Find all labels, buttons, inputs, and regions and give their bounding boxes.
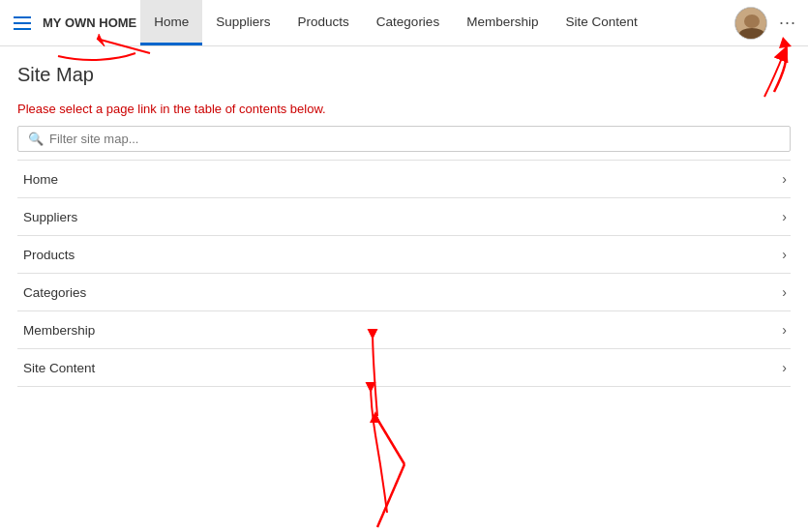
nav-item-membership[interactable]: Membership: [453, 0, 552, 45]
navbar: MY OWN HOME HomeSuppliersProductsCategor…: [0, 0, 808, 46]
brand-label: MY OWN HOME: [43, 15, 136, 30]
hamburger-line-2: [14, 22, 31, 24]
avatar-image: [735, 7, 766, 40]
nav-item-suppliers[interactable]: Suppliers: [202, 0, 284, 45]
search-icon: 🔍: [28, 132, 44, 146]
sitemap-item-label: Products: [23, 248, 75, 262]
nav-item-site-content[interactable]: Site Content: [552, 0, 650, 45]
chevron-right-icon: ›: [782, 171, 787, 187]
sitemap-list: Home›Suppliers›Products›Categories›Membe…: [17, 160, 791, 387]
sitemap-item[interactable]: Membership›: [17, 311, 791, 349]
filter-wrap: 🔍: [17, 126, 791, 152]
main-content: Site Map Please select a page link in th…: [0, 46, 808, 387]
svg-line-2: [375, 416, 404, 464]
sitemap-item[interactable]: Products›: [17, 236, 791, 274]
page-subtitle: Please select a page link in the table o…: [17, 102, 791, 116]
sitemap-item[interactable]: Categories›: [17, 274, 791, 311]
sitemap-item-label: Membership: [23, 323, 95, 338]
hamburger-line-1: [14, 16, 31, 18]
sitemap-item-label: Home: [23, 172, 58, 187]
chevron-right-icon: ›: [782, 322, 787, 338]
ellipsis-icon: ···: [779, 13, 796, 33]
sitemap-item-label: Site Content: [23, 361, 95, 375]
avatar[interactable]: [734, 7, 767, 40]
navbar-right: ···: [734, 7, 800, 40]
chevron-right-icon: ›: [782, 247, 787, 262]
chevron-right-icon: ›: [782, 360, 787, 375]
sitemap-item-label: Categories: [23, 285, 86, 300]
svg-line-3: [377, 464, 404, 527]
sitemap-item-label: Suppliers: [23, 210, 77, 224]
chevron-right-icon: ›: [782, 284, 787, 300]
sitemap-item[interactable]: Home›: [17, 161, 791, 198]
sitemap-item[interactable]: Suppliers›: [17, 198, 791, 236]
hamburger-button[interactable]: [8, 13, 37, 34]
filter-input[interactable]: [49, 132, 780, 146]
page-title: Site Map: [17, 64, 791, 86]
chevron-right-icon: ›: [782, 209, 787, 224]
svg-marker-4: [370, 411, 380, 423]
sitemap-item[interactable]: Site Content›: [17, 349, 791, 387]
nav-menu: HomeSuppliersProductsCategoriesMembershi…: [140, 0, 734, 45]
hamburger-line-3: [14, 28, 31, 30]
nav-item-products[interactable]: Products: [284, 0, 363, 45]
more-options-button[interactable]: ···: [775, 9, 800, 37]
nav-item-home[interactable]: Home: [140, 0, 202, 45]
nav-item-categories[interactable]: Categories: [363, 0, 453, 45]
